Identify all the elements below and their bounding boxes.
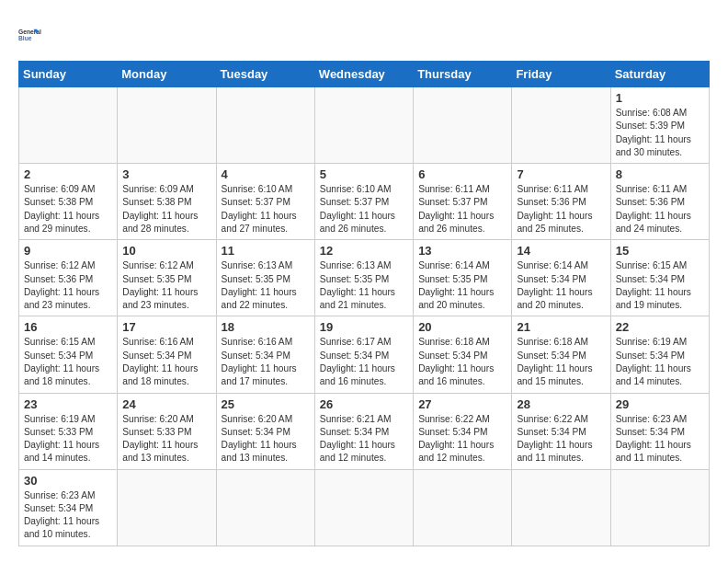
svg-text:Blue: Blue [18,35,32,41]
day-number: 23 [24,397,112,411]
calendar-week-row: 23Sunrise: 6:19 AM Sunset: 5:33 PM Dayli… [19,393,710,469]
calendar-cell: 12Sunrise: 6:13 AM Sunset: 5:35 PM Dayli… [314,240,413,316]
day-info: Sunrise: 6:19 AM Sunset: 5:33 PM Dayligh… [24,413,112,465]
calendar-cell: 23Sunrise: 6:19 AM Sunset: 5:33 PM Dayli… [19,393,118,469]
calendar-cell [118,469,216,546]
calendar-cell [414,87,512,164]
calendar-cell: 9Sunrise: 6:12 AM Sunset: 5:36 PM Daylig… [19,240,118,316]
day-info: Sunrise: 6:14 AM Sunset: 5:35 PM Dayligh… [418,259,506,312]
day-number: 7 [517,167,605,181]
calendar-cell [414,469,512,546]
calendar-cell [314,469,413,546]
day-number: 12 [320,244,408,258]
day-number: 2 [24,167,112,181]
day-header-monday: Monday [118,62,216,87]
day-info: Sunrise: 6:11 AM Sunset: 5:36 PM Dayligh… [616,183,704,236]
day-info: Sunrise: 6:20 AM Sunset: 5:33 PM Dayligh… [122,413,210,465]
day-number: 26 [320,397,408,411]
day-number: 20 [418,320,506,334]
day-number: 3 [122,167,210,181]
calendar-cell: 25Sunrise: 6:20 AM Sunset: 5:34 PM Dayli… [216,393,314,469]
logo: General Blue [18,18,51,52]
day-number: 30 [24,474,112,488]
day-info: Sunrise: 6:10 AM Sunset: 5:37 PM Dayligh… [222,183,310,236]
calendar-table: SundayMondayTuesdayWednesdayThursdayFrid… [18,61,710,546]
day-number: 18 [222,320,310,334]
day-number: 24 [122,397,210,411]
calendar-cell: 7Sunrise: 6:11 AM Sunset: 5:36 PM Daylig… [512,164,610,240]
day-info: Sunrise: 6:20 AM Sunset: 5:34 PM Dayligh… [222,413,310,465]
day-info: Sunrise: 6:10 AM Sunset: 5:37 PM Dayligh… [320,183,408,236]
day-info: Sunrise: 6:14 AM Sunset: 5:34 PM Dayligh… [517,259,605,312]
day-number: 17 [122,320,210,334]
calendar-cell: 10Sunrise: 6:12 AM Sunset: 5:35 PM Dayli… [118,240,216,316]
calendar-cell [512,469,610,546]
day-header-wednesday: Wednesday [314,62,413,87]
calendar-cell: 27Sunrise: 6:22 AM Sunset: 5:34 PM Dayli… [414,393,512,469]
calendar-cell: 22Sunrise: 6:19 AM Sunset: 5:34 PM Dayli… [610,316,709,393]
calendar-cell: 17Sunrise: 6:16 AM Sunset: 5:34 PM Dayli… [118,316,216,393]
calendar-cell [610,469,709,546]
day-number: 28 [517,397,605,411]
day-info: Sunrise: 6:13 AM Sunset: 5:35 PM Dayligh… [320,259,408,312]
day-header-friday: Friday [512,62,610,87]
day-info: Sunrise: 6:22 AM Sunset: 5:34 PM Dayligh… [418,413,506,465]
day-number: 16 [24,320,112,334]
day-number: 13 [418,244,506,258]
calendar-cell [118,87,216,164]
day-number: 5 [320,167,408,181]
day-info: Sunrise: 6:12 AM Sunset: 5:36 PM Dayligh… [24,259,112,312]
calendar-cell: 1Sunrise: 6:08 AM Sunset: 5:39 PM Daylig… [610,87,709,164]
day-info: Sunrise: 6:23 AM Sunset: 5:34 PM Dayligh… [24,489,112,542]
calendar-cell: 21Sunrise: 6:18 AM Sunset: 5:34 PM Dayli… [512,316,610,393]
day-header-tuesday: Tuesday [216,62,314,87]
day-number: 8 [616,167,704,181]
day-number: 22 [616,320,704,334]
day-number: 1 [616,91,704,105]
generalblue-logo-icon: General Blue [18,18,51,52]
day-info: Sunrise: 6:18 AM Sunset: 5:34 PM Dayligh… [517,336,605,388]
calendar-week-row: 9Sunrise: 6:12 AM Sunset: 5:36 PM Daylig… [19,240,710,316]
calendar-cell: 4Sunrise: 6:10 AM Sunset: 5:37 PM Daylig… [216,164,314,240]
day-number: 25 [222,397,310,411]
day-info: Sunrise: 6:21 AM Sunset: 5:34 PM Dayligh… [320,413,408,465]
day-info: Sunrise: 6:16 AM Sunset: 5:34 PM Dayligh… [122,336,210,388]
calendar-cell [314,87,413,164]
day-info: Sunrise: 6:23 AM Sunset: 5:34 PM Dayligh… [616,413,704,465]
day-number: 27 [418,397,506,411]
day-info: Sunrise: 6:15 AM Sunset: 5:34 PM Dayligh… [24,336,112,388]
day-info: Sunrise: 6:22 AM Sunset: 5:34 PM Dayligh… [517,413,605,465]
day-info: Sunrise: 6:12 AM Sunset: 5:35 PM Dayligh… [122,259,210,312]
day-number: 4 [222,167,310,181]
day-info: Sunrise: 6:17 AM Sunset: 5:34 PM Dayligh… [320,336,408,388]
calendar-cell: 28Sunrise: 6:22 AM Sunset: 5:34 PM Dayli… [512,393,610,469]
calendar-cell [512,87,610,164]
day-number: 10 [122,244,210,258]
day-info: Sunrise: 6:15 AM Sunset: 5:34 PM Dayligh… [616,259,704,312]
calendar-cell: 20Sunrise: 6:18 AM Sunset: 5:34 PM Dayli… [414,316,512,393]
calendar-header-row: SundayMondayTuesdayWednesdayThursdayFrid… [19,62,710,87]
day-header-thursday: Thursday [414,62,512,87]
day-info: Sunrise: 6:11 AM Sunset: 5:37 PM Dayligh… [418,183,506,236]
day-number: 19 [320,320,408,334]
calendar-cell: 5Sunrise: 6:10 AM Sunset: 5:37 PM Daylig… [314,164,413,240]
day-number: 6 [418,167,506,181]
page-header: General Blue [18,18,710,52]
calendar-cell [216,469,314,546]
calendar-cell: 29Sunrise: 6:23 AM Sunset: 5:34 PM Dayli… [610,393,709,469]
calendar-cell: 26Sunrise: 6:21 AM Sunset: 5:34 PM Dayli… [314,393,413,469]
calendar-cell: 30Sunrise: 6:23 AM Sunset: 5:34 PM Dayli… [19,469,118,546]
day-header-saturday: Saturday [610,62,709,87]
calendar-week-row: 2Sunrise: 6:09 AM Sunset: 5:38 PM Daylig… [19,164,710,240]
calendar-cell: 18Sunrise: 6:16 AM Sunset: 5:34 PM Dayli… [216,316,314,393]
day-header-sunday: Sunday [19,62,118,87]
calendar-week-row: 1Sunrise: 6:08 AM Sunset: 5:39 PM Daylig… [19,87,710,164]
day-number: 15 [616,244,704,258]
calendar-cell: 24Sunrise: 6:20 AM Sunset: 5:33 PM Dayli… [118,393,216,469]
calendar-week-row: 30Sunrise: 6:23 AM Sunset: 5:34 PM Dayli… [19,469,710,546]
day-info: Sunrise: 6:18 AM Sunset: 5:34 PM Dayligh… [418,336,506,388]
calendar-cell: 13Sunrise: 6:14 AM Sunset: 5:35 PM Dayli… [414,240,512,316]
calendar-cell: 19Sunrise: 6:17 AM Sunset: 5:34 PM Dayli… [314,316,413,393]
calendar-cell: 3Sunrise: 6:09 AM Sunset: 5:38 PM Daylig… [118,164,216,240]
day-number: 9 [24,244,112,258]
